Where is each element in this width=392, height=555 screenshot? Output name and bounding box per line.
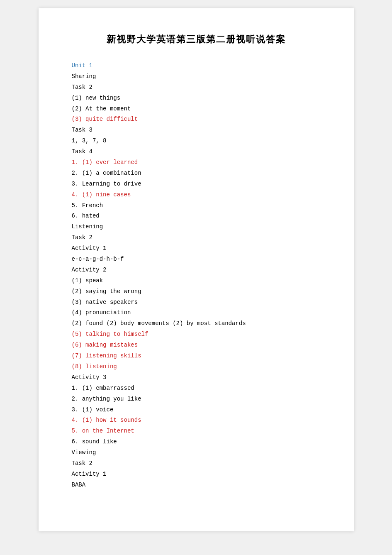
- content-line-22: (3) native speakers: [72, 297, 321, 308]
- content-line-9: 1. (1) ever learned: [72, 157, 321, 168]
- content-line-8: Task 4: [72, 147, 321, 157]
- content-line-26: (6) making mistakes: [72, 340, 321, 351]
- content-line-27: (7) listening skills: [72, 351, 321, 362]
- content-line-35: 6. sound like: [72, 437, 321, 447]
- content-line-10: 2. (1) a combination: [72, 168, 321, 179]
- content-line-13: 5. French: [72, 200, 321, 211]
- content-line-32: 3. (1) voice: [72, 405, 321, 416]
- content-line-36: Viewing: [72, 447, 321, 458]
- page: 新视野大学英语第三版第二册视听说答案 Unit 1SharingTask 2(1…: [39, 8, 354, 531]
- content-line-34: 5. on the Internet: [72, 426, 321, 437]
- content-line-20: (1) speak: [72, 276, 321, 286]
- content-line-1: Sharing: [72, 71, 321, 82]
- content-line-31: 2. anything you like: [72, 394, 321, 405]
- content-line-2: Task 2: [72, 82, 321, 93]
- content-line-19: Activity 2: [72, 265, 321, 276]
- content-line-33: 4. (1) how it sounds: [72, 415, 321, 426]
- content-line-37: Task 2: [72, 458, 321, 469]
- content-line-14: 6. hated: [72, 211, 321, 222]
- content-line-17: Activity 1: [72, 243, 321, 254]
- content-line-16: Task 2: [72, 232, 321, 243]
- content-line-12: 4. (1) nine cases: [72, 190, 321, 200]
- content-line-25: (5) talking to himself: [72, 329, 321, 340]
- content-line-0: Unit 1: [72, 61, 321, 71]
- content-line-38: Activity 1: [72, 469, 321, 480]
- content-line-18: e-c-a-g-d-h-b-f: [72, 254, 321, 265]
- content-line-39: BABA: [72, 480, 321, 491]
- content-line-5: (3) quite difficult: [72, 114, 321, 125]
- content-line-6: Task 3: [72, 125, 321, 136]
- content-line-28: (8) listening: [72, 362, 321, 372]
- content-line-3: (1) new things: [72, 93, 321, 104]
- content-line-15: Listening: [72, 222, 321, 232]
- content-area: Unit 1SharingTask 2(1) new things(2) At …: [72, 61, 321, 491]
- content-line-23: (4) pronunciation: [72, 308, 321, 318]
- content-line-24: (2) found (2) body movements (2) by most…: [72, 318, 321, 329]
- content-line-11: 3. Learning to drive: [72, 179, 321, 190]
- main-title: 新视野大学英语第三版第二册视听说答案: [72, 33, 321, 46]
- content-line-4: (2) At the moment: [72, 104, 321, 115]
- content-line-30: 1. (1) embarrassed: [72, 383, 321, 394]
- content-line-21: (2) saying the wrong: [72, 286, 321, 297]
- content-line-29: Activity 3: [72, 372, 321, 383]
- content-line-7: 1, 3, 7, 8: [72, 136, 321, 147]
